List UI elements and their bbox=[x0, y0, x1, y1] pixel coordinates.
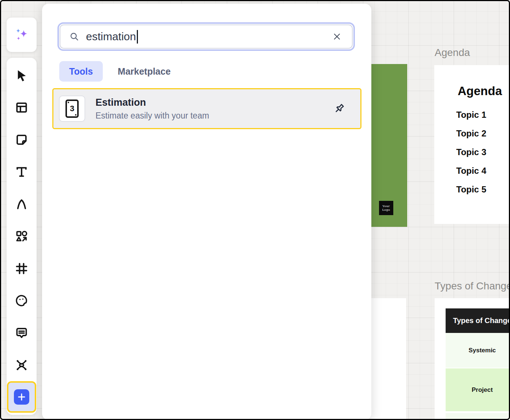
estimation-card-icon: 3 bbox=[65, 100, 79, 118]
magnifier-icon bbox=[69, 31, 79, 42]
sparkles-icon bbox=[13, 26, 30, 43]
search-query-text: estimation bbox=[86, 30, 136, 43]
frame-label-agenda[interactable]: Agenda bbox=[435, 47, 470, 59]
logo-line-1: Your bbox=[383, 205, 390, 208]
pushpin-icon bbox=[333, 102, 346, 115]
shapes-icon bbox=[15, 229, 29, 243]
emoji-sticker-icon bbox=[15, 294, 29, 308]
agenda-topic: Topic 2 bbox=[456, 124, 486, 143]
plus-button-square bbox=[14, 389, 29, 405]
clear-search-button[interactable] bbox=[331, 30, 343, 43]
tab-marketplace[interactable]: Marketplace bbox=[118, 66, 171, 77]
types-of-change-table[interactable]: Types of Change Systemic Project bbox=[446, 308, 510, 420]
types-of-change-frame[interactable]: Types of Change Systemic Project bbox=[435, 298, 510, 420]
templates-icon bbox=[15, 101, 29, 115]
result-text-block: Estimation Estimate easily with your tea… bbox=[95, 97, 209, 121]
tab-tools[interactable]: Tools bbox=[59, 61, 103, 82]
search-input[interactable]: estimation bbox=[60, 25, 353, 49]
your-logo-placeholder[interactable]: Your Logo bbox=[379, 201, 393, 215]
close-icon bbox=[332, 32, 342, 41]
result-subtitle: Estimate easily with your team bbox=[95, 111, 209, 121]
apps-search-panel: estimation Tools Marketplace 3 bbox=[42, 4, 371, 420]
card-dot bbox=[75, 114, 76, 116]
sticky-note-icon bbox=[15, 133, 29, 147]
select-cursor-tool[interactable] bbox=[14, 68, 30, 83]
table-row-project: Project bbox=[446, 368, 510, 413]
shapes-tool[interactable] bbox=[14, 229, 30, 244]
agenda-card-title: Agenda bbox=[458, 84, 502, 98]
comment-icon bbox=[15, 326, 29, 340]
table-row-partial bbox=[446, 413, 510, 420]
connector-icon bbox=[15, 358, 29, 372]
search-tabs: Tools Marketplace bbox=[59, 61, 170, 82]
pen-tool[interactable] bbox=[14, 197, 30, 211]
agenda-topic: Topic 1 bbox=[456, 105, 486, 124]
connector-lines-tool[interactable] bbox=[14, 358, 30, 372]
sticky-note-tool[interactable] bbox=[14, 132, 30, 147]
table-header: Types of Change bbox=[446, 308, 510, 333]
add-apps-button[interactable] bbox=[7, 381, 36, 413]
frame-icon bbox=[15, 262, 29, 275]
table-row-systemic: Systemic bbox=[446, 333, 510, 368]
pin-app-button[interactable] bbox=[331, 101, 347, 117]
stickers-emoji-tool[interactable] bbox=[14, 293, 30, 308]
agenda-topic: Topic 4 bbox=[456, 161, 486, 180]
frame-tool[interactable] bbox=[14, 261, 30, 276]
agenda-topic: Topic 5 bbox=[456, 180, 486, 199]
result-title: Estimation bbox=[95, 97, 209, 108]
plus-icon bbox=[17, 392, 26, 402]
logo-line-2: Logo bbox=[382, 208, 390, 212]
text-caret bbox=[137, 30, 138, 44]
table-cell-label: Systemic bbox=[469, 347, 496, 354]
ai-assist-button[interactable] bbox=[7, 18, 37, 52]
card-dot bbox=[68, 102, 69, 103]
comment-tool[interactable] bbox=[14, 326, 30, 340]
table-cell-label: Project bbox=[472, 386, 493, 394]
app-screen: Agenda Your Logo Agenda Topic 1 Topic 2 … bbox=[0, 0, 510, 420]
text-icon bbox=[15, 165, 29, 179]
search-result-estimation[interactable]: 3 Estimation Estimate easily with your t… bbox=[52, 88, 361, 129]
search-input-wrapper: estimation bbox=[57, 22, 355, 51]
pen-icon bbox=[15, 197, 29, 211]
frame-label-types-of-change[interactable]: Types of Change bbox=[435, 280, 510, 292]
agenda-topic: Topic 3 bbox=[456, 143, 486, 161]
card-number: 3 bbox=[70, 104, 74, 113]
cursor-icon bbox=[15, 68, 29, 82]
text-tool[interactable] bbox=[14, 165, 30, 179]
tool-sidebar bbox=[7, 58, 37, 415]
agenda-card[interactable]: Agenda Topic 1 Topic 2 Topic 3 Topic 4 T… bbox=[434, 65, 510, 224]
estimation-app-icon-box: 3 bbox=[59, 95, 85, 122]
agenda-topic-list: Topic 1 Topic 2 Topic 3 Topic 4 Topic 5 bbox=[456, 105, 486, 199]
templates-tool[interactable] bbox=[14, 100, 30, 115]
